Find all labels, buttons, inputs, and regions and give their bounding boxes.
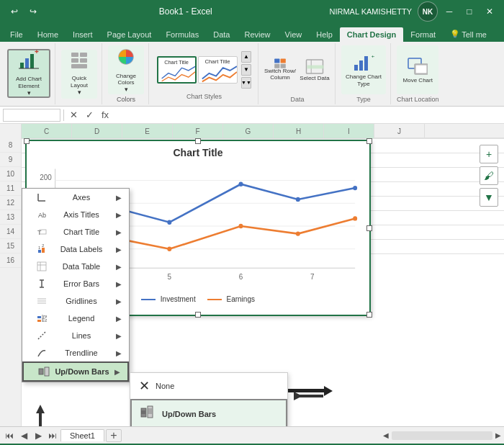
confirm-icon[interactable]: ✓ [83,109,96,122]
svg-rect-82 [148,408,152,414]
svg-text:1: 1 [38,246,41,250]
ribbon-group-location: Move Chart Chart Location [392,43,444,104]
switch-label: Switch Row/ Column [264,68,296,81]
svg-text:7: 7 [310,273,315,281]
svg-rect-25 [415,64,428,74]
menu-item-axes[interactable]: Axes ▶ [22,189,129,206]
chart-handle-bm[interactable] [195,312,201,318]
sheet-tab-sheet1[interactable]: Sheet1 [60,429,104,441]
user-avatar[interactable]: NK [418,1,438,22]
menu-item-trendline[interactable]: Trendline ▶ [22,344,129,361]
chart-handle-tm[interactable] [195,138,201,144]
svg-rect-59 [38,250,41,253]
tab-page-layout[interactable]: Page Layout [100,27,159,42]
chart-handle-tl[interactable] [24,138,30,144]
svg-rect-78 [45,367,49,376]
switch-row-col-button[interactable]: Switch Row/ Column [264,58,296,81]
menu-item-axis-titles[interactable]: Ab Axis Titles ▶ [22,206,129,223]
chart-styles-side-button[interactable]: 🖌 [480,166,498,185]
svg-point-47 [353,186,357,190]
svg-rect-20 [354,65,358,71]
quick-layout-button[interactable]: Quick Layout ▾ [61,50,97,99]
chart-style-1[interactable]: Chart Title [157,56,197,84]
svg-rect-63 [37,262,46,271]
tab-file[interactable]: File [3,27,30,42]
menu-item-data-table[interactable]: Data Table ▶ [22,258,129,275]
minimize-button[interactable]: ─ [441,3,458,20]
sheet-area: C D E F G H I J [22,124,504,426]
style-scroll-up[interactable]: ▲ [241,51,251,63]
svg-point-44 [167,220,171,225]
name-box[interactable] [3,109,60,122]
menu-item-updown-bars[interactable]: Up/Down Bars ▶ [22,361,129,382]
undo-button[interactable]: ↩ [6,3,23,20]
updown-submenu: ✕ None Up/Down Bars [130,372,288,426]
row-15: 15 [0,239,21,253]
tab-format[interactable]: Format [403,27,443,42]
row-numbers: 8 9 10 11 12 13 14 15 16 [0,124,22,426]
tab-chart-design[interactable]: Chart Design [340,27,403,42]
chart-style-2[interactable]: Chart Title [198,56,238,84]
style-scroll-down[interactable]: ▼ [241,64,251,76]
tab-help[interactable]: Help [309,27,340,42]
menu-item-error-bars[interactable]: Error Bars ▶ [22,275,129,292]
colors-arrow: ▾ [125,86,128,93]
chart-title: Chart Title [27,141,369,161]
row-10: 10 [0,167,21,181]
add-element-side-button[interactable]: + [480,145,498,163]
filter-side-button[interactable]: ▼ [480,188,498,207]
redo-button[interactable]: ↪ [24,3,42,20]
updown-none[interactable]: ✕ None [130,373,287,399]
chart-handle-tr[interactable] [366,138,372,144]
svg-text:+: + [35,50,39,55]
scrollbar-area: ◀ ▶ [123,431,501,440]
sheet-nav-prev[interactable]: ◀ [17,429,30,442]
sheet-nav-last[interactable]: ⏭ [46,429,59,442]
svg-rect-2 [30,54,34,68]
sheet-nav-next[interactable]: ▶ [32,429,45,442]
add-chart-element-button[interactable]: + Add Chart Element ▾ [7,49,50,98]
scroll-left[interactable]: ◀ [383,431,389,439]
data-group-label: Data [290,94,304,103]
formula-bar: ✕ ✓ fx [0,107,504,124]
close-button[interactable]: ✕ [481,3,498,20]
svg-rect-21 [359,60,363,71]
svg-rect-14 [281,58,286,63]
sheet-nav-first[interactable]: ⏮ [3,429,16,442]
tab-view[interactable]: View [278,27,310,42]
change-chart-type-button[interactable]: ↔ Change Chart Type [341,45,386,94]
svg-text:↔: ↔ [370,52,374,61]
ribbon-group-data: Switch Row/ Column Select Data Data [260,43,336,104]
updown-bars-item[interactable]: Up/Down Bars [130,399,287,426]
formula-input[interactable] [114,111,501,120]
add-sheet-button[interactable]: + [106,429,122,442]
col-e: E [122,124,173,138]
chart-handle-br[interactable] [366,312,372,318]
svg-text:2: 2 [42,244,45,248]
menu-item-legend[interactable]: InvEarn Legend ▶ [22,310,129,327]
horizontal-scrollbar[interactable] [392,431,492,440]
fx-icon[interactable]: fx [99,109,112,122]
colors-icon [116,47,136,71]
menu-item-lines[interactable]: Lines ▶ [22,327,129,344]
tab-formulas[interactable]: Formulas [158,27,206,42]
scroll-right[interactable]: ▶ [495,431,501,439]
menu-item-chart-title[interactable]: T Chart Title ▶ [22,223,129,241]
col-i: I [324,124,374,138]
svg-rect-8 [80,58,87,63]
tab-data[interactable]: Data [206,27,237,42]
style-scroll-more[interactable]: ▼▼ [241,77,251,89]
menu-item-data-labels[interactable]: 12 Data Labels ▶ [22,241,129,258]
chart-handle-mr[interactable] [366,225,372,231]
change-colors-button[interactable]: Change Colors ▾ [108,45,144,94]
tab-insert[interactable]: Insert [66,27,100,42]
tab-tell-me[interactable]: 💡 Tell me [443,27,494,42]
select-data-button[interactable]: Select Data [299,58,330,81]
tab-review[interactable]: Review [237,27,277,42]
tab-home[interactable]: Home [30,27,66,42]
maximize-button[interactable]: □ [461,3,478,20]
cancel-icon[interactable]: ✕ [67,109,80,122]
svg-rect-19 [307,65,323,68]
menu-item-gridlines[interactable]: Gridlines ▶ [22,292,129,310]
move-chart-button[interactable]: Move Chart [397,45,438,94]
